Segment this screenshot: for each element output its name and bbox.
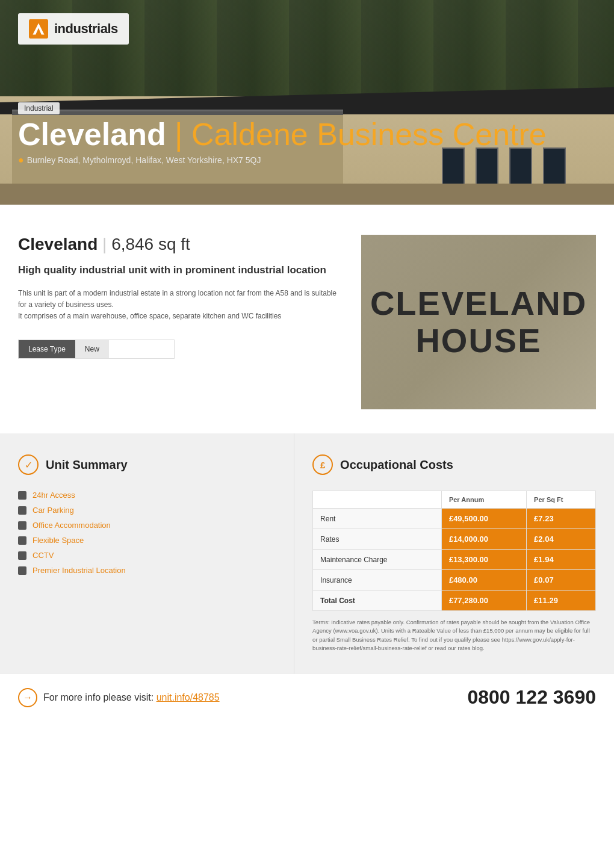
col-header-per-annum: Per Annum <box>441 491 526 509</box>
feature-bullet-3 <box>18 536 26 545</box>
row-label-0: Rent <box>313 509 442 529</box>
footer-link[interactable]: unit.info/48785 <box>157 692 220 702</box>
prop-title-pipe: | <box>98 235 111 253</box>
feature-bullet-5 <box>18 566 26 575</box>
footer: → For more info please visit: unit.info/… <box>0 674 614 721</box>
svg-rect-0 <box>29 19 48 39</box>
feature-label-1: Car Parking <box>33 506 74 515</box>
lease-type-value: New <box>75 340 109 358</box>
pound-circle-icon: £ <box>312 454 333 475</box>
logo-icon <box>29 19 48 39</box>
check-circle-icon: ✓ <box>18 454 39 475</box>
feature-label-2: Office Accommodation <box>33 521 111 530</box>
cleveland-sign-image: CLEVELAND HOUSE <box>361 235 596 409</box>
row-sqft-2: £1.94 <box>527 550 596 570</box>
row-annum-2: £13,300.00 <box>441 550 526 570</box>
content-right: CLEVELAND HOUSE <box>361 235 596 409</box>
feature-bullet-2 <box>18 521 26 530</box>
hero-section: industrials Industrial Cleveland | Calde… <box>0 0 614 205</box>
feature-bullet-1 <box>18 506 26 515</box>
row-label-3: Insurance <box>313 570 442 591</box>
prop-title-size: 6,846 sq ft <box>111 235 190 253</box>
feature-label-3: Flexible Space <box>33 536 84 545</box>
unit-summary-heading: ✓ Unit Summary <box>18 454 276 475</box>
occupational-costs-panel: £ Occupational Costs Per Annum Per Sq Ft… <box>294 433 614 674</box>
cleveland-stone-bg: CLEVELAND HOUSE <box>361 235 596 409</box>
logo-container: industrials <box>18 13 129 45</box>
lease-type-label: Lease Type <box>19 340 75 358</box>
feature-item-3: Flexible Space <box>18 536 276 545</box>
property-title: Cleveland | 6,846 sq ft <box>18 235 337 254</box>
costs-table: Per Annum Per Sq Ft Rent £49,500.00 £7.2… <box>312 491 596 611</box>
col-header-per-sqft: Per Sq Ft <box>527 491 596 509</box>
content-section: Cleveland | 6,846 sq ft High quality ind… <box>0 205 614 433</box>
property-heading: Cleveland | Caldene Business Centre <box>18 118 547 151</box>
table-row-total: Total Cost £77,280.00 £11.29 <box>313 591 596 611</box>
footer-info-text: For more info please visit: unit.info/48… <box>43 692 220 703</box>
footer-phone: 0800 122 3690 <box>467 686 596 708</box>
prop-title-bold: Cleveland <box>18 235 98 253</box>
row-annum-3: £480.00 <box>441 570 526 591</box>
feature-item-1: Car Parking <box>18 506 276 515</box>
row-sqft-3: £0.07 <box>527 570 596 591</box>
row-annum-total: £77,280.00 <box>441 591 526 611</box>
col-header-label <box>313 491 442 509</box>
row-label-2: Maintenance Charge <box>313 550 442 570</box>
row-sqft-1: £2.04 <box>527 529 596 550</box>
cleveland-sign-line1: CLEVELAND <box>370 285 587 322</box>
footer-left: → For more info please visit: unit.info/… <box>18 688 220 707</box>
pin-icon: ● <box>18 155 24 166</box>
feature-item-4: CCTV <box>18 551 276 560</box>
row-sqft-total: £11.29 <box>527 591 596 611</box>
feature-label-4: CCTV <box>33 551 54 560</box>
feature-bullet-0 <box>18 491 26 500</box>
occ-costs-title: Occupational Costs <box>340 458 453 472</box>
property-tag: Industrial <box>18 102 60 114</box>
address-line: ● Burnley Road, Mytholmroyd, Halifax, We… <box>18 155 547 166</box>
feature-label-0: 24hr Access <box>33 491 75 500</box>
row-annum-1: £14,000.00 <box>441 529 526 550</box>
feature-label-5: Premier Industrial Location <box>33 566 126 575</box>
row-label-total: Total Cost <box>313 591 442 611</box>
occ-costs-heading: £ Occupational Costs <box>312 454 596 475</box>
unit-summary-title: Unit Summary <box>46 458 128 472</box>
row-sqft-0: £7.23 <box>527 509 596 529</box>
feature-item-0: 24hr Access <box>18 491 276 500</box>
table-row: Insurance £480.00 £0.07 <box>313 570 596 591</box>
arrow-circle-icon: → <box>18 688 37 707</box>
table-row: Rent £49,500.00 £7.23 <box>313 509 596 529</box>
unit-summary-panel: ✓ Unit Summary 24hr Access Car Parking O… <box>0 433 294 674</box>
lease-type-table: Lease Type New <box>18 339 175 359</box>
table-row: Rates £14,000.00 £2.04 <box>313 529 596 550</box>
content-left: Cleveland | 6,846 sq ft High quality ind… <box>18 235 337 359</box>
cleveland-sign-line2: HOUSE <box>415 322 541 359</box>
property-description: This unit is part of a modern industrial… <box>18 288 337 323</box>
row-label-1: Rates <box>313 529 442 550</box>
title-pipe: | <box>166 117 191 152</box>
property-subtitle: High quality industrial unit with in pro… <box>18 264 337 277</box>
feature-item-5: Premier Industrial Location <box>18 566 276 575</box>
feature-list: 24hr Access Car Parking Office Accommoda… <box>18 491 276 575</box>
brand-name: industrials <box>54 21 118 37</box>
table-row: Maintenance Charge £13,300.00 £1.94 <box>313 550 596 570</box>
feature-item-2: Office Accommodation <box>18 521 276 530</box>
bottom-section: ✓ Unit Summary 24hr Access Car Parking O… <box>0 433 614 674</box>
row-annum-0: £49,500.00 <box>441 509 526 529</box>
feature-bullet-4 <box>18 551 26 560</box>
terms-text: Terms: Indicative rates payable only. Co… <box>312 618 596 653</box>
title-light: Caldene Business Centre <box>191 117 547 152</box>
hero-title-block: Cleveland | Caldene Business Centre ● Bu… <box>18 118 547 166</box>
title-bold: Cleveland <box>18 117 166 152</box>
